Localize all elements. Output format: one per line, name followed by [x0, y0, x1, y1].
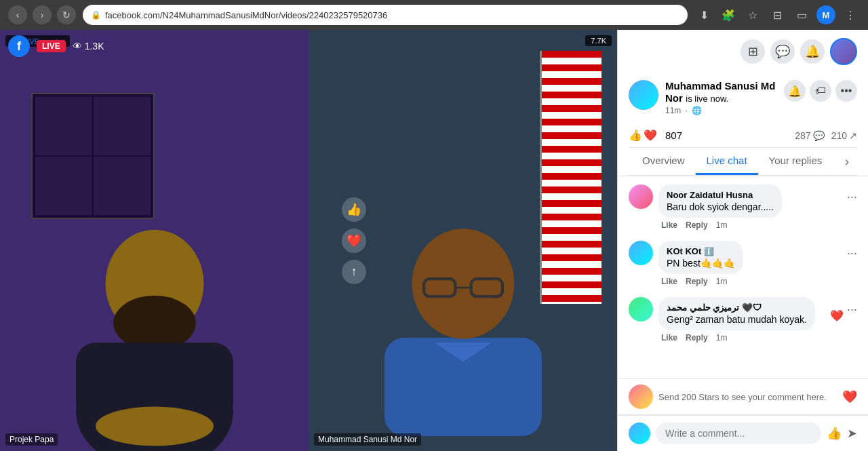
bell-follow-button[interactable]: 🔔 — [784, 80, 806, 102]
stars-text: Send 200 Stars to see your comment here. — [658, 392, 837, 402]
bookmark-icon[interactable]: ☆ — [743, 5, 762, 24]
download-icon[interactable]: ⬇ — [694, 5, 713, 24]
comment-body-2: KOt KOt ℹ️ PN best🤙🤙🤙 Like Reply 1m — [658, 241, 857, 286]
user-profile-thumb[interactable] — [830, 38, 857, 65]
comment-reaction-heart: ❤️ — [830, 309, 844, 322]
floating-reactions: 👍 ❤️ ↑ — [342, 197, 366, 284]
sidebar: ⊞ 💬 🔔 Muhammad Sanusi Md Nor is live now… — [617, 30, 868, 451]
comment-avatar-noor[interactable] — [629, 184, 653, 209]
send-icon[interactable]: ➤ — [847, 426, 857, 441]
page-info: Muhammad Sanusi Md Nor is live now. 11m … — [629, 72, 857, 123]
input-icons: 👍 ➤ — [827, 426, 857, 441]
svg-point-4 — [96, 407, 214, 446]
float-up-btn[interactable]: ↑ — [342, 260, 366, 284]
comment-input-area: 👍 ➤ — [618, 415, 868, 451]
bookmark-save-button[interactable]: 🏷 — [810, 80, 831, 102]
browser-profile[interactable]: M — [816, 5, 835, 24]
art-cell-1 — [35, 97, 92, 155]
tab-your-replies[interactable]: Your replies — [758, 148, 833, 175]
stars-heart-icon: ❤️ — [842, 389, 857, 404]
comment-like-3[interactable]: Like — [661, 333, 677, 342]
comment-like-2[interactable]: Like — [661, 277, 677, 286]
comment-actions-1: Like Reply 1m — [658, 220, 857, 230]
left-background — [0, 30, 309, 451]
reaction-emojis: 👍 ❤️ — [629, 129, 657, 142]
lock-icon: 🔒 — [91, 10, 101, 20]
split-view-icon[interactable]: ▭ — [792, 5, 811, 24]
tabs-chevron[interactable]: › — [840, 148, 854, 175]
comment-more-2[interactable]: ··· — [847, 246, 857, 260]
comment-more-1[interactable]: ··· — [847, 190, 857, 204]
comment-bubble-1: Noor Zaidatul Husna Baru dok syiok denga… — [658, 184, 782, 218]
comment-author-1: Noor Zaidatul Husna — [667, 190, 774, 200]
comment-item-2: KOt KOt ℹ️ PN best🤙🤙🤙 Like Reply 1m ··· — [629, 241, 857, 286]
float-love-btn[interactable]: ❤️ — [342, 229, 366, 253]
url-text: facebook.com/N24MuhammadSanusiMdNor/vide… — [105, 10, 387, 20]
comment-reply-1[interactable]: Reply — [686, 220, 708, 230]
svg-point-6 — [412, 229, 514, 339]
stars-promo: Send 200 Stars to see your comment here.… — [618, 378, 868, 415]
comment-like-1[interactable]: Like — [661, 220, 677, 230]
comment-more-3[interactable]: ··· — [847, 302, 857, 317]
tab-live-chat[interactable]: Live chat — [696, 148, 758, 175]
comment-text-3: Geng² zaman batu mudah koyak. — [667, 314, 807, 325]
stars-avatar — [629, 385, 653, 409]
comment-avatar-trm[interactable] — [629, 297, 653, 321]
comment-time-3: 1m — [716, 333, 728, 342]
person-left-name: Projek Papa — [5, 433, 58, 446]
comment-body-3: ترميزي حلمي محمد 🖤🛡 Geng² zaman batu mud… — [658, 297, 857, 342]
time-ago: 11m — [665, 106, 681, 115]
browser-right-icons: ⬇ 🧩 ☆ ⊟ ▭ M ⋮ — [694, 5, 860, 24]
separator: · — [685, 106, 687, 115]
extensions-icon[interactable]: 🧩 — [719, 5, 738, 24]
thumbs-up-input-icon[interactable]: 👍 — [827, 426, 842, 441]
float-like-btn[interactable]: 👍 — [342, 197, 366, 222]
comment-reply-2[interactable]: Reply — [686, 277, 708, 286]
live-status: is live now. — [686, 94, 728, 104]
commenter-avatar — [629, 423, 650, 444]
notifications-button[interactable]: 🔔 — [800, 39, 825, 64]
comment-avatar-kot[interactable] — [629, 241, 653, 265]
person-left-panel: ⭐ LIVE creator Projek Papa — [0, 30, 309, 451]
eye-icon: 👁 — [73, 41, 82, 52]
comments-list[interactable]: Noor Zaidatul Husna Baru dok syiok denga… — [618, 176, 868, 378]
comment-body-1: Noor Zaidatul Husna Baru dok syiok denga… — [658, 184, 857, 230]
like-emoji: 👍 — [629, 129, 642, 142]
art-cell-2 — [94, 97, 151, 155]
video-background: ⭐ LIVE creator Projek Papa — [0, 30, 617, 451]
svg-point-2 — [113, 296, 196, 351]
comment-time-1: 1m — [716, 220, 728, 230]
verified-icon: ℹ️ — [704, 247, 714, 256]
forward-button[interactable]: › — [33, 5, 52, 24]
person-silhouette-left — [39, 156, 270, 451]
grid-apps-button[interactable]: ⊞ — [741, 39, 765, 64]
person-right-name: Muhammad Sanusi Md Nor — [314, 433, 421, 446]
video-frame[interactable]: ⭐ LIVE creator Projek Papa — [0, 30, 617, 451]
video-area: f LIVE 👁 1.3K — [0, 30, 617, 451]
page-details: Muhammad Sanusi Md Nor is live now. 11m … — [665, 80, 857, 115]
messenger-button[interactable]: 💬 — [770, 39, 795, 64]
comment-text-1: Baru dok syiok dengar..... — [667, 201, 774, 212]
comment-time-2: 1m — [716, 277, 728, 286]
comment-count: 287 💬 — [795, 130, 824, 141]
live-badge: LIVE — [37, 40, 66, 52]
page-meta: 11m · 🌐 — [665, 106, 784, 115]
reactions-bar: 👍 ❤️ 807 287 💬 210 ↗ — [629, 123, 857, 148]
person-silhouette-right — [347, 156, 578, 451]
comment-actions-2: Like Reply 1m — [658, 277, 857, 286]
more-options-button[interactable]: ••• — [835, 80, 857, 102]
comment-reply-3[interactable]: Reply — [686, 333, 708, 342]
share-count: 210 ↗ — [831, 130, 857, 141]
tab-overview[interactable]: Overview — [631, 148, 696, 175]
tab-search-icon[interactable]: ⊟ — [768, 5, 787, 24]
address-bar[interactable]: 🔒 facebook.com/N24MuhammadSanusiMdNor/vi… — [83, 5, 688, 25]
comment-input[interactable] — [656, 423, 821, 444]
page-avatar[interactable] — [629, 80, 658, 110]
refresh-button[interactable]: ↻ — [57, 5, 76, 24]
comment-author-2: KOt KOt ℹ️ — [667, 246, 735, 256]
menu-icon[interactable]: ⋮ — [841, 5, 860, 24]
main-content: f LIVE 👁 1.3K — [0, 30, 868, 451]
page-avatar-img — [629, 80, 658, 110]
comment-actions-3: Like Reply 1m — [658, 333, 857, 342]
back-button[interactable]: ‹ — [8, 5, 27, 24]
